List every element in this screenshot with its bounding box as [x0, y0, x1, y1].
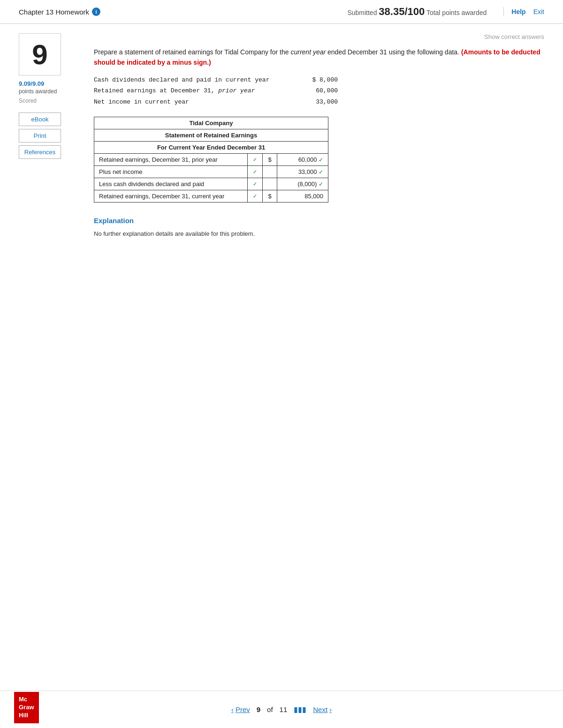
- header-divider: [503, 7, 504, 16]
- total-pages: 11: [280, 705, 288, 713]
- question-text-italic: current year: [290, 48, 326, 56]
- data-item-2: Retained earnings at December 31, prior …: [94, 85, 338, 96]
- row-3-value: (8,000) ✓: [277, 178, 328, 190]
- main-content: 9 9.09/9.09 points awarded Scored eBook …: [0, 24, 563, 248]
- score-section: Submitted 38.35/100 Total points awarded: [347, 6, 487, 18]
- exit-button[interactable]: Exit: [533, 8, 544, 15]
- help-button[interactable]: Help: [511, 8, 525, 15]
- explanation-text: No further explanation details are avail…: [94, 229, 544, 239]
- data-value-1: $ 8,000: [312, 75, 338, 85]
- logo: Mc Graw Hill: [14, 692, 39, 723]
- statement-title: Statement of Retained Earnings: [94, 129, 328, 141]
- chapter-title: Chapter 13 Homework: [19, 8, 89, 16]
- data-label-1: Cash dividends declared and paid in curr…: [94, 75, 269, 85]
- period-label: For Current Year Ended December 31: [94, 141, 328, 153]
- prev-button[interactable]: ‹ Prev: [231, 705, 250, 713]
- row-1-value: 60,000 ✓: [277, 153, 328, 165]
- points-awarded-label: points awarded: [19, 88, 84, 95]
- question-text-part1: Prepare a statement of retained earnings…: [94, 48, 290, 56]
- row-4-label: Retained earnings, December 31, current …: [94, 190, 248, 202]
- data-section: Cash dividends declared and paid in curr…: [94, 75, 544, 107]
- row-1-label: Retained earnings, December 31, prior ye…: [94, 153, 248, 165]
- row-4-dollar: $: [263, 190, 277, 202]
- data-value-2: 60,000: [316, 85, 338, 96]
- grid-icon[interactable]: ▮▮▮: [294, 705, 306, 714]
- sidebar: 9 9.09/9.09 points awarded Scored eBook …: [19, 33, 84, 239]
- table-row: Plus net income ✓ 33,000 ✓: [94, 165, 328, 178]
- page-header: Chapter 13 Homework i Submitted 38.35/10…: [0, 0, 563, 24]
- logo-line2: Graw: [19, 704, 34, 712]
- score-value: 38.35/100: [379, 6, 425, 17]
- next-button[interactable]: Next ›: [313, 705, 332, 713]
- print-button[interactable]: Print: [19, 129, 61, 143]
- next-chevron-icon: ›: [329, 705, 332, 713]
- row-2-label: Plus net income: [94, 165, 248, 178]
- question-text: Prepare a statement of retained earnings…: [94, 47, 544, 68]
- table-row: Retained earnings, December 31, current …: [94, 190, 328, 202]
- mcgraw-hill-logo: Mc Graw Hill: [14, 692, 39, 723]
- of-label: of: [267, 705, 273, 713]
- row-3-dollar: [263, 178, 277, 190]
- financial-table: Tidal Company Statement of Retained Earn…: [94, 117, 328, 203]
- prev-chevron-icon: ‹: [231, 705, 234, 713]
- explanation-title: Explanation: [94, 217, 544, 225]
- company-name: Tidal Company: [94, 117, 328, 129]
- row-1-dollar: $: [263, 153, 277, 165]
- current-page: 9: [257, 705, 260, 713]
- table-row: Less cash dividends declared and paid ✓ …: [94, 178, 328, 190]
- next-label[interactable]: Next: [313, 705, 327, 713]
- explanation-section: Explanation No further explanation detai…: [94, 217, 544, 239]
- row-2-check: ✓: [247, 165, 263, 178]
- show-correct-answers[interactable]: Show correct answers: [94, 33, 544, 40]
- row-1-check: ✓: [247, 153, 263, 165]
- row-2-value: 33,000 ✓: [277, 165, 328, 178]
- logo-line1: Mc: [19, 696, 34, 704]
- question-number: 9: [32, 38, 47, 71]
- references-button[interactable]: References: [19, 145, 61, 159]
- row-4-value: 85,000: [277, 190, 328, 202]
- row-4-check: ✓: [247, 190, 263, 202]
- data-label-3: Net income in current year: [94, 97, 189, 107]
- scored-label: Scored: [19, 98, 84, 104]
- question-text-part2: ended December 31 using the following da…: [326, 48, 461, 56]
- data-value-3: 33,000: [316, 97, 338, 107]
- row-3-label: Less cash dividends declared and paid: [94, 178, 248, 190]
- total-label: Total points awarded: [426, 9, 487, 16]
- data-item-1: Cash dividends declared and paid in curr…: [94, 75, 338, 85]
- row-3-check: ✓: [247, 178, 263, 190]
- data-label-2: Retained earnings at December 31, prior …: [94, 85, 255, 96]
- ebook-button[interactable]: eBook: [19, 113, 61, 126]
- data-item-3: Net income in current year 33,000: [94, 97, 338, 107]
- page-footer: Mc Graw Hill ‹ Prev 9 of 11 ▮▮▮ Next ›: [0, 690, 563, 728]
- table-row: Retained earnings, December 31, prior ye…: [94, 153, 328, 165]
- question-number-box: 9: [19, 33, 61, 75]
- content-area: Show correct answers Prepare a statement…: [84, 33, 544, 239]
- prev-label[interactable]: Prev: [236, 705, 250, 713]
- info-icon[interactable]: i: [92, 8, 100, 16]
- points-score: 9.09/9.09: [19, 80, 84, 87]
- submitted-label: Submitted: [347, 9, 377, 16]
- row-2-dollar: [263, 165, 277, 178]
- logo-line3: Hill: [19, 712, 34, 720]
- pagination: ‹ Prev 9 of 11 ▮▮▮ Next ›: [231, 705, 332, 714]
